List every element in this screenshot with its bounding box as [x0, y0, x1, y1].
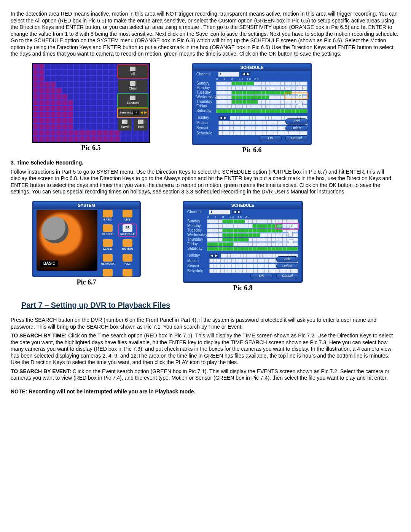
day-label: Saturday — [196, 109, 216, 113]
day-label: Tuesday — [187, 228, 207, 233]
legend-always[interactable]: Always✔ — [276, 224, 298, 229]
pic-6-8-schedule-panel: SCHEDULE Channel 1 ◀▶ 0481 21 62 0 Sunda… — [183, 201, 303, 283]
day-label: Monday — [187, 224, 207, 228]
tools-icon — [123, 269, 132, 276]
figure-row-1: All Clear Custom Sensitivity 4 ◀ ▶ Save … — [32, 63, 400, 155]
channel-nav[interactable]: ◀▶ — [232, 210, 241, 214]
system-item-record[interactable]: RECORD — [99, 224, 116, 236]
ok-button[interactable]: OK — [260, 135, 282, 141]
day-label: Sunday — [196, 81, 216, 86]
delete-button[interactable]: Delete — [276, 263, 298, 269]
channel-label: Channel — [187, 210, 207, 215]
channel-nav[interactable]: ◀▶ — [241, 72, 250, 76]
pic-6-7-system-menu: SYSTEM BASIC BASICLIVERECORD25SCHEDULEAL… — [32, 201, 141, 277]
day-label: Saturday — [187, 246, 207, 251]
channel-select[interactable]: 1 — [209, 210, 230, 214]
system-item-live[interactable]: LIVE — [119, 210, 136, 222]
playback-note: NOTE: Recording will not be interrupted … — [11, 388, 400, 395]
day-label: Tuesday — [196, 90, 216, 95]
caption-6-7: Pic 6.7 — [77, 278, 96, 287]
day-label: Friday — [196, 104, 216, 109]
legend-sensor[interactable]: Sensor — [276, 240, 298, 244]
search-by-event-paragraph: TO SEARCH BY EVENT: Click on the Event s… — [11, 368, 400, 382]
system-item-tools[interactable]: TOOLS — [119, 269, 136, 281]
day-bar[interactable] — [207, 219, 298, 224]
floppy-icon — [122, 120, 127, 124]
right-arrow-icon[interactable]: ▶ — [144, 110, 147, 115]
system-item-network[interactable]: NETWORK — [99, 254, 116, 266]
schedule-title: SCHEDULE — [193, 64, 311, 71]
sensitivity-control[interactable]: Sensitivity 4 ◀ ▶ — [118, 109, 148, 117]
user-icon — [103, 269, 113, 276]
system-item-p.t.z[interactable]: P.T.Z — [119, 254, 136, 266]
schedule-icon: 25 — [123, 224, 132, 232]
search-by-time-label: TO SEARCH BY TIME: — [11, 332, 68, 339]
left-arrow-icon[interactable]: ◀ — [140, 110, 143, 115]
custom-button[interactable]: Custom — [118, 94, 148, 107]
cancel-button[interactable]: Cancel — [285, 135, 307, 141]
system-item-schedule[interactable]: 25SCHEDULE — [119, 224, 136, 236]
search-by-event-label: TO SEARCH BY EVENT: — [11, 368, 73, 374]
day-label: Wednesday — [187, 233, 207, 238]
caption-6-5: Pic 6.5 — [81, 144, 101, 152]
legend-always[interactable]: Always — [285, 86, 307, 90]
caption-6-6: Pic 6.6 — [242, 146, 262, 155]
pic-6-6-schedule-panel: SCHEDULE Channel 1 ◀▶ 0481 21 62 0 Sunda… — [192, 63, 312, 145]
system-title: SYSTEM — [33, 202, 139, 209]
alarm-icon — [103, 239, 113, 247]
save-button[interactable]: Save — [118, 118, 132, 131]
system-item-alarm[interactable]: ALARM — [99, 239, 116, 251]
figure-row-2: SYSTEM BASIC BASICLIVERECORD25SCHEDULEAL… — [32, 201, 400, 292]
live-icon — [123, 210, 132, 217]
intro-paragraph: In the detection area RED means inactive… — [11, 11, 400, 58]
day-label: Thursday — [196, 99, 216, 104]
caption-6-8: Pic 6.8 — [233, 284, 253, 292]
network-icon — [103, 254, 113, 262]
record-icon — [103, 224, 113, 232]
pic-6-5-detection-grid: All Clear Custom Sensitivity 4 ◀ ▶ Save … — [32, 63, 150, 143]
day-label: Thursday — [187, 237, 207, 242]
legend-sensor[interactable]: Sensor — [285, 102, 307, 106]
delete-button[interactable]: Delete — [285, 125, 307, 131]
day-bar[interactable] — [216, 109, 307, 113]
ok-button[interactable]: OK — [250, 273, 272, 279]
basic-badge: BASIC — [40, 260, 58, 267]
system-item-motion[interactable]: MOTION — [119, 239, 136, 251]
cancel-button[interactable]: Cancel — [276, 273, 298, 279]
p.t.z-icon — [123, 254, 132, 262]
section-3-paragraph: Follow instructions in Part 5 to go to S… — [11, 169, 400, 195]
section-3-heading: 3. Time Schedule Recording. — [11, 160, 400, 166]
basic-icon — [103, 210, 113, 217]
day-label: Wednesday — [196, 95, 216, 100]
day-bar[interactable] — [207, 247, 298, 251]
day-label: Monday — [196, 86, 216, 91]
exit-icon — [138, 120, 143, 124]
exit-button[interactable]: Exit — [134, 118, 148, 131]
schedule-title: SCHEDULE — [184, 202, 301, 209]
channel-label: Channel — [196, 72, 216, 77]
day-label: Friday — [187, 242, 207, 247]
day-bar[interactable] — [216, 81, 307, 86]
legend-motion[interactable]: Motion — [276, 232, 298, 236]
system-item-user[interactable]: USER — [99, 269, 116, 281]
motion-icon — [123, 239, 132, 247]
channel-select[interactable]: 1 — [218, 72, 239, 77]
part-7-heading: Part 7 – Setting up DVR to Playback File… — [21, 300, 400, 310]
part-7-intro: Press the SEARCH button on the DVR (numb… — [11, 317, 400, 330]
system-item-basic[interactable]: BASIC — [99, 210, 116, 222]
add-button[interactable]: Add — [285, 118, 307, 125]
day-label: Sunday — [187, 219, 207, 224]
clear-button[interactable]: Clear — [118, 80, 148, 93]
all-button[interactable]: All — [118, 65, 148, 78]
search-by-time-paragraph: TO SEARCH BY TIME: Click on the Time sea… — [11, 332, 400, 366]
legend-motion[interactable]: Motion✔ — [285, 93, 307, 99]
add-button[interactable]: Add — [276, 256, 298, 262]
